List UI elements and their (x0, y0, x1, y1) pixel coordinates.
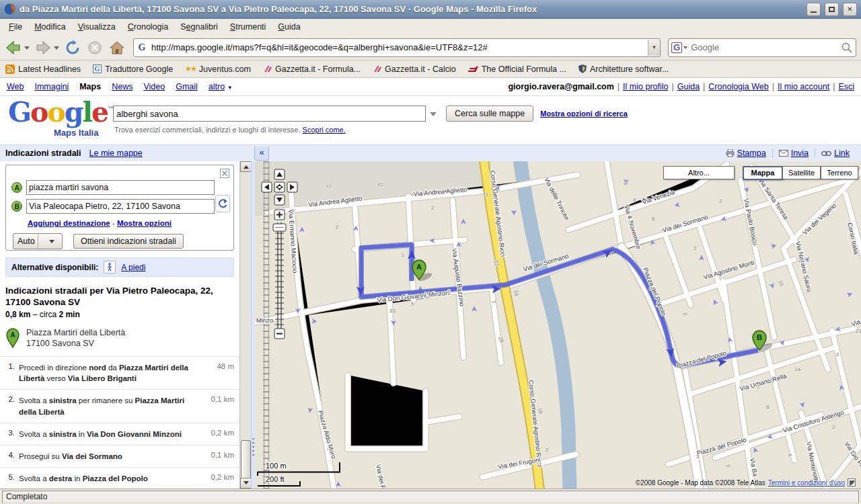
altro-dropdown-icon[interactable]: ▼ (227, 85, 233, 91)
map-type-controls: Altro... Mappa Satellite Terreno (255, 166, 861, 181)
menu-cronologia[interactable]: Cronologia (122, 20, 174, 34)
bookmark-latest-headlines[interactable]: Latest Headlines (5, 65, 81, 74)
swap-destinations-button[interactable] (215, 195, 230, 212)
search-hint: Trova esercizi commerciali, indirizzi e … (114, 126, 346, 134)
menu-guida[interactable]: Guida (272, 20, 306, 34)
menu-file[interactable]: File (3, 20, 28, 34)
link-cronologia-web[interactable]: Cronologia Web (708, 82, 768, 91)
from-input[interactable] (26, 180, 215, 195)
show-options-link[interactable]: Mostra opzioni (117, 219, 172, 227)
print-action[interactable]: Stampa (720, 149, 772, 158)
menu-modifica[interactable]: Modifica (28, 20, 72, 34)
search-engine-icon[interactable]: G (671, 42, 682, 53)
link-action[interactable]: Link (815, 149, 856, 158)
bookmark-gazzetta-formula[interactable]: Gazzetta.it - Formula... (263, 65, 361, 74)
house-number: 5 (411, 301, 414, 307)
search-suggestions-dropdown-icon[interactable] (430, 112, 437, 120)
direction-step[interactable]: 5.Svolta a destra in Piazza del Popolo0,… (0, 467, 239, 489)
to-input[interactable] (26, 199, 215, 214)
svg-text:100 m: 100 m (266, 462, 287, 470)
terms-link[interactable]: Termini e condizioni d'uso (768, 479, 845, 487)
panel-scrollbar[interactable] (239, 161, 251, 489)
maps-search-input[interactable] (113, 106, 426, 122)
bookmark-formula1[interactable]: The Official Formula ... (468, 65, 566, 74)
glink-altro[interactable]: altro (209, 82, 225, 91)
url-bar: G ▼ (133, 38, 661, 57)
menu-strumenti[interactable]: Strumenti (224, 20, 272, 34)
menu-segnalibri[interactable]: Segnalibri (174, 20, 224, 34)
forward-dropdown-icon[interactable] (54, 46, 59, 52)
url-input[interactable] (150, 42, 648, 53)
svg-text:A: A (10, 331, 15, 338)
nav-toolbar: G ▼ G (0, 35, 861, 60)
page-favicon: G (134, 42, 150, 53)
pan-left-button (262, 182, 272, 192)
expand-map-icon[interactable] (848, 478, 856, 487)
glink-video[interactable]: Video (143, 82, 165, 91)
rss-icon (5, 65, 15, 74)
get-directions-button[interactable]: Ottieni indicazioni stradali (73, 234, 184, 249)
add-destination-link[interactable]: Aggiungi destinazione (28, 219, 110, 227)
glink-immagini[interactable]: Immagini (34, 82, 69, 91)
house-number: 2 (431, 205, 435, 211)
direction-step[interactable]: 3.Svolta a sinistra in Via Don Giovanni … (0, 423, 239, 445)
stop-button[interactable] (85, 38, 105, 58)
maps-italia-label: Maps Italia (54, 128, 98, 138)
scroll-up-button[interactable] (240, 161, 252, 172)
swap-icon (218, 198, 227, 209)
map-canvas[interactable]: Via Andrea AgliettoVia Andrea AgliettoVi… (255, 161, 861, 489)
magnifier-icon[interactable] (841, 42, 853, 54)
glink-gmail[interactable]: Gmail (176, 82, 198, 91)
minimize-button[interactable] (807, 3, 821, 16)
bookmark-traduttore-google[interactable]: G Traduttore Google (93, 65, 173, 74)
url-dropdown-button[interactable]: ▼ (648, 40, 660, 56)
direction-step[interactable]: 4.Prosegui su Via dei Sormano0,1 km (0, 445, 239, 467)
maptype-mappa-button[interactable]: Mappa (743, 166, 783, 180)
house-number: 33 (389, 308, 396, 314)
maptype-terreno-button[interactable]: Terreno (821, 166, 858, 179)
pan-center-button (274, 182, 285, 192)
glink-web[interactable]: Web (7, 82, 24, 91)
walking-alternative-link[interactable]: A piedi (121, 263, 145, 272)
house-number: 2 (694, 245, 697, 251)
pan-zoom-control[interactable] (255, 163, 302, 345)
bookmark-architetture[interactable]: Architetture softwar... (578, 65, 669, 74)
maptype-altro-button[interactable]: Altro... (663, 166, 735, 179)
close-form-icon[interactable] (220, 169, 229, 178)
maptype-satellite-button[interactable]: Satellite (782, 166, 821, 179)
link-profilo[interactable]: Il mio profilo (623, 82, 668, 91)
web-search-input[interactable] (687, 42, 841, 53)
back-button[interactable] (3, 38, 24, 58)
glink-news[interactable]: News (112, 82, 133, 91)
maximize-button[interactable] (825, 3, 839, 16)
direction-step[interactable]: 1.Procedi in direzione nord da Piazza Ma… (0, 356, 239, 389)
forward-button[interactable] (33, 38, 53, 58)
reload-button[interactable] (63, 38, 83, 58)
start-point[interactable]: A Piazza Martiri della Libertà17100 Savo… (5, 327, 234, 350)
travel-mode-select[interactable]: Auto (13, 233, 63, 249)
title-bar: da Piazza Martiri della Libertà, 17100 S… (0, 0, 861, 19)
scroll-down-button[interactable] (240, 478, 252, 489)
chain-link-icon (821, 151, 831, 157)
bookmark-gazzetta-calcio[interactable]: Gazzetta.it - Calcio (373, 65, 456, 74)
scopri-come-link[interactable]: Scopri come. (303, 126, 346, 134)
link-guida[interactable]: Guida (677, 82, 700, 91)
back-dropdown-icon[interactable] (24, 46, 30, 52)
home-button[interactable] (107, 38, 127, 58)
menu-visualizza[interactable]: Visualizza (72, 20, 122, 34)
send-action[interactable]: Invia (772, 149, 815, 158)
walking-icon (104, 261, 116, 274)
marker-a-badge: A (11, 182, 22, 193)
direction-step[interactable]: 2.Svolta a sinistra per rimanere su Piaz… (0, 389, 239, 422)
search-maps-button[interactable]: Cerca sulle mappe (446, 106, 533, 122)
search-options-link[interactable]: Mostra opzioni di ricerca (540, 110, 628, 118)
link-esci[interactable]: Esci (838, 82, 854, 91)
browser-window: da Piazza Martiri della Libertà, 17100 S… (0, 0, 861, 504)
pan-up-button (274, 169, 285, 179)
start-address: 17100 Savona SV (26, 339, 94, 348)
bookmark-juventus[interactable]: ★★ Juventus.com (185, 65, 251, 74)
link-account[interactable]: Il mio account (778, 82, 829, 91)
collapse-panel-button[interactable]: « (254, 146, 269, 161)
close-button[interactable]: ✕ (843, 3, 857, 16)
tab-le-mie-mappe[interactable]: Le mie mappe (89, 149, 143, 158)
